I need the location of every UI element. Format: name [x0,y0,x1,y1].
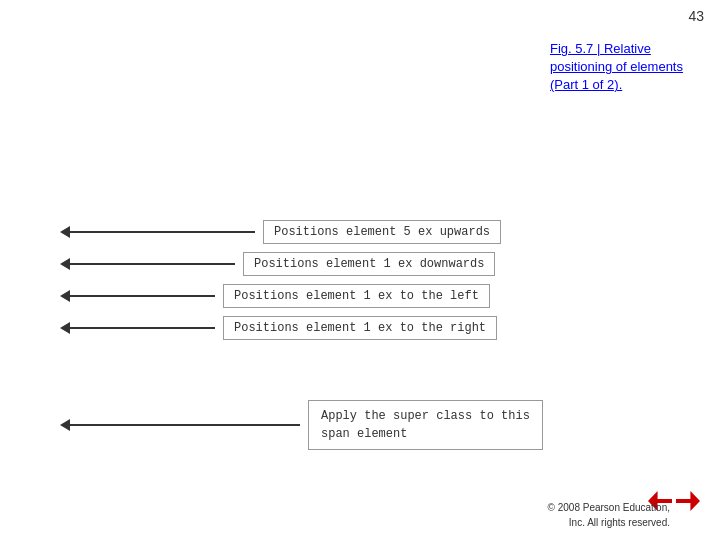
arrowhead-2 [60,258,70,270]
arrow-line-4 [70,327,215,329]
forward-icon [676,491,700,511]
arrow-line-1 [70,231,255,233]
label-box-1: Positions element 5 ex upwards [263,220,501,244]
arrow-row-4: Positions element 1 ex to the right [60,316,660,340]
arrow-4 [60,322,215,334]
nav-forward-button[interactable] [676,490,700,512]
super-line2: span element [321,427,407,441]
super-label-box: Apply the super class to this span eleme… [308,400,543,450]
super-line1: Apply the super class to this [321,409,530,423]
arrow-row-3: Positions element 1 ex to the left [60,284,660,308]
super-arrow [60,419,300,431]
arrowhead-1 [60,226,70,238]
page-number: 43 [688,8,704,24]
copyright-text: © 2008 Pearson Education, Inc. All right… [548,500,670,530]
arrow-3 [60,290,215,302]
arrow-2 [60,258,235,270]
label-box-4: Positions element 1 ex to the right [223,316,497,340]
copyright-line1: © 2008 Pearson Education, [548,502,670,513]
arrow-row-2: Positions element 1 ex downwards [60,252,660,276]
copyright-line2: Inc. All rights reserved. [569,517,670,528]
arrow-line-3 [70,295,215,297]
arrow-row-1: Positions element 5 ex upwards [60,220,660,244]
super-arrow-line [70,424,300,426]
label-box-2: Positions element 1 ex downwards [243,252,495,276]
arrow-line-2 [70,263,235,265]
super-class-section: Apply the super class to this span eleme… [60,400,543,450]
super-arrowhead [60,419,70,431]
label-box-3: Positions element 1 ex to the left [223,284,490,308]
arrow-1 [60,226,255,238]
arrowhead-4 [60,322,70,334]
arrows-section: Positions element 5 ex upwards Positions… [60,220,660,348]
arrowhead-3 [60,290,70,302]
fig-title[interactable]: Fig. 5.7 | Relative positioning of eleme… [550,40,700,95]
